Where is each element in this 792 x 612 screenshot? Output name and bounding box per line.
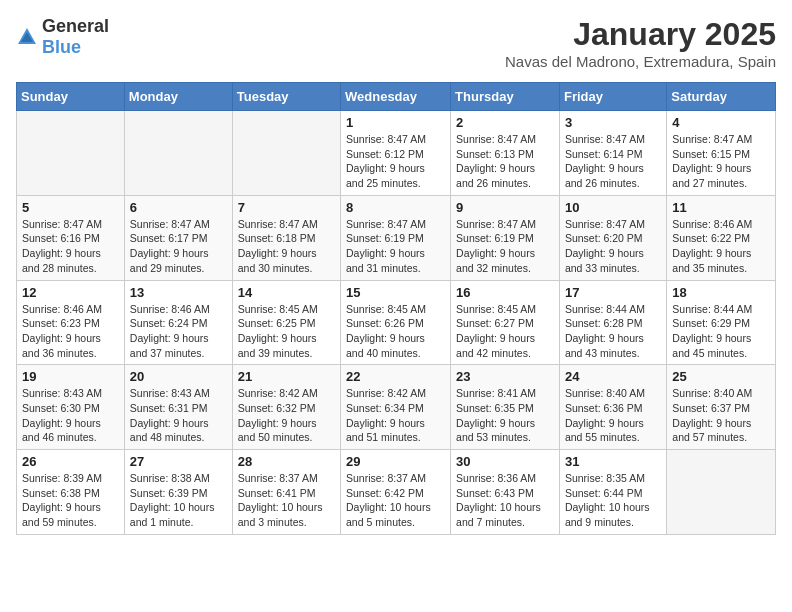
day-cell: 2Sunrise: 8:47 AM Sunset: 6:13 PM Daylig…: [451, 111, 560, 196]
week-row-4: 19Sunrise: 8:43 AM Sunset: 6:30 PM Dayli…: [17, 365, 776, 450]
day-cell: 26Sunrise: 8:39 AM Sunset: 6:38 PM Dayli…: [17, 450, 125, 535]
day-cell: 5Sunrise: 8:47 AM Sunset: 6:16 PM Daylig…: [17, 195, 125, 280]
day-cell: 18Sunrise: 8:44 AM Sunset: 6:29 PM Dayli…: [667, 280, 776, 365]
day-number: 11: [672, 200, 770, 215]
day-number: 27: [130, 454, 227, 469]
day-cell: 23Sunrise: 8:41 AM Sunset: 6:35 PM Dayli…: [451, 365, 560, 450]
day-number: 24: [565, 369, 661, 384]
logo-general: General: [42, 16, 109, 36]
day-number: 1: [346, 115, 445, 130]
day-number: 4: [672, 115, 770, 130]
day-info: Sunrise: 8:44 AM Sunset: 6:29 PM Dayligh…: [672, 302, 770, 361]
week-row-5: 26Sunrise: 8:39 AM Sunset: 6:38 PM Dayli…: [17, 450, 776, 535]
header-cell-thursday: Thursday: [451, 83, 560, 111]
day-number: 18: [672, 285, 770, 300]
day-number: 15: [346, 285, 445, 300]
day-cell: 4Sunrise: 8:47 AM Sunset: 6:15 PM Daylig…: [667, 111, 776, 196]
week-row-3: 12Sunrise: 8:46 AM Sunset: 6:23 PM Dayli…: [17, 280, 776, 365]
day-number: 2: [456, 115, 554, 130]
day-cell: [17, 111, 125, 196]
day-cell: 22Sunrise: 8:42 AM Sunset: 6:34 PM Dayli…: [341, 365, 451, 450]
day-info: Sunrise: 8:47 AM Sunset: 6:15 PM Dayligh…: [672, 132, 770, 191]
day-info: Sunrise: 8:47 AM Sunset: 6:12 PM Dayligh…: [346, 132, 445, 191]
day-info: Sunrise: 8:38 AM Sunset: 6:39 PM Dayligh…: [130, 471, 227, 530]
day-number: 21: [238, 369, 335, 384]
day-cell: 21Sunrise: 8:42 AM Sunset: 6:32 PM Dayli…: [232, 365, 340, 450]
header-cell-wednesday: Wednesday: [341, 83, 451, 111]
day-cell: 28Sunrise: 8:37 AM Sunset: 6:41 PM Dayli…: [232, 450, 340, 535]
header-cell-monday: Monday: [124, 83, 232, 111]
day-cell: 27Sunrise: 8:38 AM Sunset: 6:39 PM Dayli…: [124, 450, 232, 535]
day-info: Sunrise: 8:40 AM Sunset: 6:37 PM Dayligh…: [672, 386, 770, 445]
day-number: 3: [565, 115, 661, 130]
day-number: 13: [130, 285, 227, 300]
day-cell: 3Sunrise: 8:47 AM Sunset: 6:14 PM Daylig…: [559, 111, 666, 196]
day-cell: 16Sunrise: 8:45 AM Sunset: 6:27 PM Dayli…: [451, 280, 560, 365]
day-number: 20: [130, 369, 227, 384]
day-info: Sunrise: 8:39 AM Sunset: 6:38 PM Dayligh…: [22, 471, 119, 530]
calendar-subtitle: Navas del Madrono, Extremadura, Spain: [505, 53, 776, 70]
day-info: Sunrise: 8:45 AM Sunset: 6:27 PM Dayligh…: [456, 302, 554, 361]
day-info: Sunrise: 8:47 AM Sunset: 6:17 PM Dayligh…: [130, 217, 227, 276]
header-cell-tuesday: Tuesday: [232, 83, 340, 111]
day-number: 28: [238, 454, 335, 469]
calendar-title: January 2025: [505, 16, 776, 53]
day-info: Sunrise: 8:36 AM Sunset: 6:43 PM Dayligh…: [456, 471, 554, 530]
day-cell: 12Sunrise: 8:46 AM Sunset: 6:23 PM Dayli…: [17, 280, 125, 365]
header-cell-saturday: Saturday: [667, 83, 776, 111]
day-number: 8: [346, 200, 445, 215]
calendar-body: 1Sunrise: 8:47 AM Sunset: 6:12 PM Daylig…: [17, 111, 776, 535]
day-number: 26: [22, 454, 119, 469]
day-cell: [667, 450, 776, 535]
day-number: 5: [22, 200, 119, 215]
day-number: 9: [456, 200, 554, 215]
week-row-2: 5Sunrise: 8:47 AM Sunset: 6:16 PM Daylig…: [17, 195, 776, 280]
day-cell: 13Sunrise: 8:46 AM Sunset: 6:24 PM Dayli…: [124, 280, 232, 365]
day-cell: 19Sunrise: 8:43 AM Sunset: 6:30 PM Dayli…: [17, 365, 125, 450]
day-info: Sunrise: 8:47 AM Sunset: 6:18 PM Dayligh…: [238, 217, 335, 276]
day-number: 16: [456, 285, 554, 300]
day-number: 6: [130, 200, 227, 215]
day-info: Sunrise: 8:45 AM Sunset: 6:25 PM Dayligh…: [238, 302, 335, 361]
calendar-header-row: SundayMondayTuesdayWednesdayThursdayFrid…: [17, 83, 776, 111]
header-cell-sunday: Sunday: [17, 83, 125, 111]
day-number: 12: [22, 285, 119, 300]
day-number: 31: [565, 454, 661, 469]
day-cell: 24Sunrise: 8:40 AM Sunset: 6:36 PM Dayli…: [559, 365, 666, 450]
day-info: Sunrise: 8:46 AM Sunset: 6:22 PM Dayligh…: [672, 217, 770, 276]
day-info: Sunrise: 8:47 AM Sunset: 6:20 PM Dayligh…: [565, 217, 661, 276]
day-info: Sunrise: 8:42 AM Sunset: 6:34 PM Dayligh…: [346, 386, 445, 445]
day-number: 25: [672, 369, 770, 384]
day-info: Sunrise: 8:37 AM Sunset: 6:41 PM Dayligh…: [238, 471, 335, 530]
day-info: Sunrise: 8:47 AM Sunset: 6:16 PM Dayligh…: [22, 217, 119, 276]
day-cell: 7Sunrise: 8:47 AM Sunset: 6:18 PM Daylig…: [232, 195, 340, 280]
day-info: Sunrise: 8:45 AM Sunset: 6:26 PM Dayligh…: [346, 302, 445, 361]
day-cell: 11Sunrise: 8:46 AM Sunset: 6:22 PM Dayli…: [667, 195, 776, 280]
day-number: 14: [238, 285, 335, 300]
day-info: Sunrise: 8:47 AM Sunset: 6:14 PM Dayligh…: [565, 132, 661, 191]
header-cell-friday: Friday: [559, 83, 666, 111]
day-cell: 9Sunrise: 8:47 AM Sunset: 6:19 PM Daylig…: [451, 195, 560, 280]
day-cell: 29Sunrise: 8:37 AM Sunset: 6:42 PM Dayli…: [341, 450, 451, 535]
day-info: Sunrise: 8:43 AM Sunset: 6:31 PM Dayligh…: [130, 386, 227, 445]
day-info: Sunrise: 8:41 AM Sunset: 6:35 PM Dayligh…: [456, 386, 554, 445]
day-number: 22: [346, 369, 445, 384]
day-cell: [124, 111, 232, 196]
day-cell: [232, 111, 340, 196]
day-cell: 20Sunrise: 8:43 AM Sunset: 6:31 PM Dayli…: [124, 365, 232, 450]
day-cell: 6Sunrise: 8:47 AM Sunset: 6:17 PM Daylig…: [124, 195, 232, 280]
day-info: Sunrise: 8:47 AM Sunset: 6:19 PM Dayligh…: [456, 217, 554, 276]
day-number: 7: [238, 200, 335, 215]
week-row-1: 1Sunrise: 8:47 AM Sunset: 6:12 PM Daylig…: [17, 111, 776, 196]
day-cell: 17Sunrise: 8:44 AM Sunset: 6:28 PM Dayli…: [559, 280, 666, 365]
day-cell: 30Sunrise: 8:36 AM Sunset: 6:43 PM Dayli…: [451, 450, 560, 535]
day-number: 29: [346, 454, 445, 469]
day-number: 19: [22, 369, 119, 384]
logo-blue: Blue: [42, 37, 81, 57]
day-cell: 31Sunrise: 8:35 AM Sunset: 6:44 PM Dayli…: [559, 450, 666, 535]
day-cell: 25Sunrise: 8:40 AM Sunset: 6:37 PM Dayli…: [667, 365, 776, 450]
day-info: Sunrise: 8:43 AM Sunset: 6:30 PM Dayligh…: [22, 386, 119, 445]
day-cell: 1Sunrise: 8:47 AM Sunset: 6:12 PM Daylig…: [341, 111, 451, 196]
logo-icon: [16, 26, 38, 48]
day-info: Sunrise: 8:42 AM Sunset: 6:32 PM Dayligh…: [238, 386, 335, 445]
